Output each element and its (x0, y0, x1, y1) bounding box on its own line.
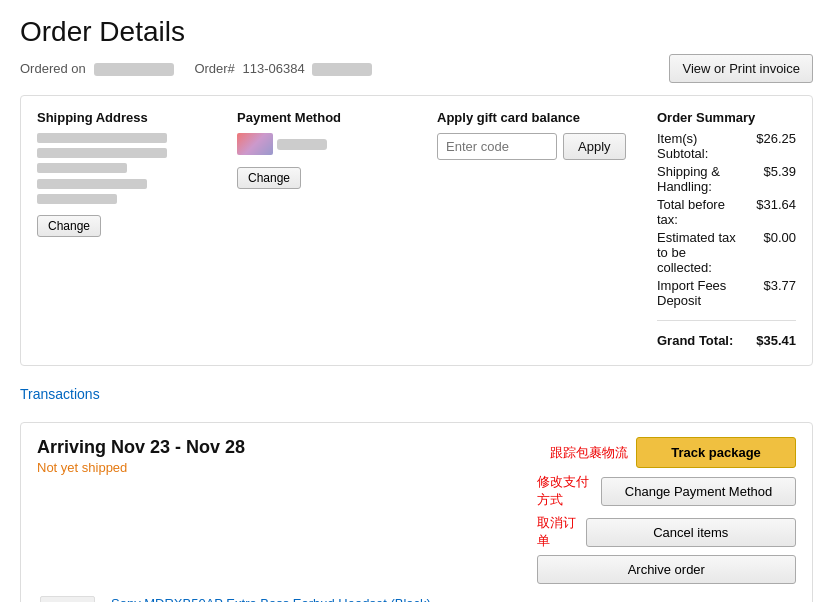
shipping-address-label: Shipping Address (37, 110, 217, 125)
shipment-status: Not yet shipped (37, 460, 245, 475)
change-payment-button[interactable]: Change (237, 167, 301, 189)
payment-card-preview (237, 133, 417, 155)
change-address-button[interactable]: Change (37, 215, 101, 237)
shipment-header: Arriving Nov 23 - Nov 28 Not yet shipped… (37, 437, 796, 584)
track-annotation-row: 跟踪包裹物流 Track package (537, 437, 796, 468)
summary-row-subtotal: Item(s) Subtotal: $26.25 (657, 131, 796, 161)
view-print-invoice-button[interactable]: View or Print invoice (669, 54, 813, 83)
card-number-blurred (277, 139, 327, 150)
main-content-row: 🎧 Sony MDRXB50AP Extra Bass Earbud Heads… (37, 596, 796, 602)
gift-card-label: Apply gift card balance (437, 110, 637, 125)
info-grid: Shipping Address Change Payment Method C… (37, 110, 796, 351)
ordered-on-date-blurred (94, 63, 174, 76)
cancel-annotation-row: 取消订单 Cancel items (537, 514, 796, 550)
ordered-on-label: Ordered on (20, 61, 174, 76)
summary-row-before-tax: Total before tax: $31.64 (657, 197, 796, 227)
archive-order-button[interactable]: Archive order (537, 555, 796, 584)
payment-method-label: Payment Method (237, 110, 417, 125)
transactions-row: Transactions (20, 380, 813, 408)
shipment-box: Arriving Nov 23 - Nov 28 Not yet shipped… (20, 422, 813, 602)
gift-card-input[interactable] (437, 133, 557, 160)
product-image: 🎧 (40, 596, 95, 602)
shipment-title: Arriving Nov 23 - Nov 28 (37, 437, 245, 458)
summary-separator (657, 320, 796, 321)
product-info: Sony MDRXB50AP Extra Bass Earbud Headset… (111, 596, 562, 602)
shipment-actions: 跟踪包裹物流 Track package 修改支付方式 Change Payme… (537, 437, 796, 584)
gift-card-row: Apply (437, 133, 637, 160)
track-package-button[interactable]: Track package (636, 437, 796, 468)
order-meta-row: Ordered on Order# 113-06384 View or Prin… (20, 54, 813, 83)
change-payment-method-button[interactable]: Change Payment Method (601, 477, 796, 506)
cancel-items-button[interactable]: Cancel items (586, 518, 796, 547)
page-title: Order Details (20, 16, 813, 48)
address-line-2 (37, 148, 167, 158)
shipping-address-col: Shipping Address Change (37, 110, 237, 351)
product-row: 🎧 Sony MDRXB50AP Extra Bass Earbud Heads… (37, 596, 562, 602)
apply-gift-card-button[interactable]: Apply (563, 133, 626, 160)
track-annotation-text: 跟踪包裹物流 (550, 444, 628, 462)
payment-card-image (237, 133, 273, 155)
page-container: Order Details Ordered on Order# 113-0638… (0, 0, 833, 602)
address-line-1 (37, 133, 167, 143)
archive-annotation-row: Archive order (537, 555, 796, 584)
address-line-3 (37, 163, 127, 173)
cancel-annotation-text: 取消订单 (537, 514, 578, 550)
gift-card-col: Apply gift card balance Apply (437, 110, 657, 351)
summary-row-import-fees: Import Fees Deposit $3.77 (657, 278, 796, 308)
change-payment-annotation-row: 修改支付方式 Change Payment Method (537, 473, 796, 509)
payment-method-col: Payment Method Change (237, 110, 437, 351)
order-number-blurred (312, 63, 372, 76)
order-summary-title: Order Summary (657, 110, 796, 125)
address-line-5 (37, 194, 117, 204)
summary-row-grand-total: Grand Total: $35.41 (657, 333, 796, 348)
order-number: Order# 113-06384 (194, 61, 372, 76)
order-meta-left: Ordered on Order# 113-06384 (20, 61, 372, 76)
product-title[interactable]: Sony MDRXB50AP Extra Bass Earbud Headset… (111, 596, 562, 602)
order-summary-col: Order Summary Item(s) Subtotal: $26.25 S… (657, 110, 796, 351)
summary-row-shipping: Shipping & Handling: $5.39 (657, 164, 796, 194)
shipment-title-area: Arriving Nov 23 - Nov 28 Not yet shipped (37, 437, 245, 475)
product-left: 🎧 Sony MDRXB50AP Extra Bass Earbud Heads… (37, 596, 562, 602)
product-image-area: 🎧 (37, 596, 97, 602)
order-info-section: Shipping Address Change Payment Method C… (20, 95, 813, 366)
change-payment-annotation-text: 修改支付方式 (537, 473, 593, 509)
transactions-link[interactable]: Transactions (20, 386, 100, 402)
summary-row-tax: Estimated tax to be collected: $0.00 (657, 230, 796, 275)
address-line-4 (37, 179, 147, 189)
shipping-speed-section: Shipping speed AmazonGlobal Standard Shi… (576, 596, 796, 602)
